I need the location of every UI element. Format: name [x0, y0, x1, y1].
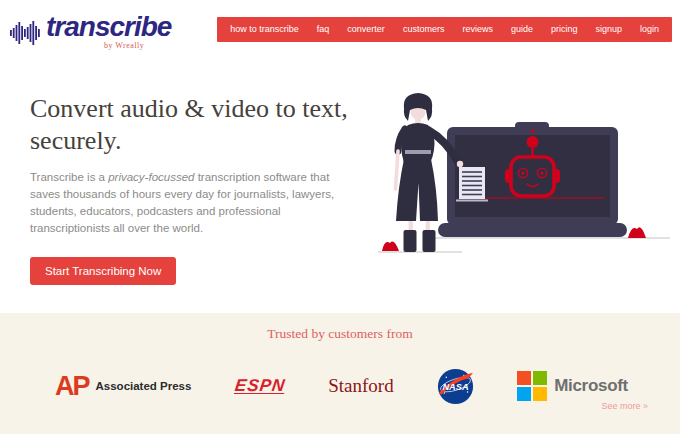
woman-laptop-robot-illustration: [372, 85, 672, 260]
bush-left: [382, 242, 399, 251]
see-more-link[interactable]: See more »: [601, 401, 648, 411]
ap-logo: AP Associated Press: [55, 371, 191, 402]
nasa-logo: NASA: [437, 368, 474, 405]
stanford-logo: Stanford: [328, 375, 393, 397]
microsoft-squares-icon: [517, 371, 547, 401]
nav-item-login[interactable]: login: [631, 17, 668, 42]
nav-item-customers[interactable]: customers: [394, 17, 454, 42]
logo-wordmark: transcribe: [46, 13, 171, 41]
waveform-icon: [10, 20, 42, 50]
start-transcribing-button[interactable]: Start Transcribing Now: [30, 257, 176, 285]
svg-text:NASA: NASA: [442, 382, 469, 392]
laptop-base: [438, 223, 627, 237]
nav-item-reviews[interactable]: reviews: [453, 17, 502, 42]
hero-paragraph: Transcribe is a privacy-focussed transcr…: [30, 169, 360, 237]
microsoft-logo: Microsoft: [517, 371, 628, 401]
ap-mark: AP: [55, 370, 89, 403]
nav-item-how-to-transcribe[interactable]: how to transcribe: [221, 17, 308, 42]
hero-copy: Convert audio & video to text, securely.…: [30, 93, 365, 285]
customer-logo-row: AP Associated Press ESPN Stanford NASA M…: [0, 363, 680, 409]
site-header: transcribe by Wreally how to transcribe …: [0, 0, 680, 60]
document: [456, 167, 488, 201]
bush-right: [628, 227, 646, 238]
ap-label: Associated Press: [96, 380, 192, 392]
nav-item-guide[interactable]: guide: [502, 17, 542, 42]
main-nav: how to transcribe faq converter customer…: [217, 17, 672, 42]
espn-logo: ESPN: [235, 376, 285, 396]
nav-item-faq[interactable]: faq: [308, 17, 339, 42]
nav-item-converter[interactable]: converter: [338, 17, 394, 42]
hero-paragraph-emphasis: privacy-focussed: [108, 171, 194, 183]
logo-byline: by Wreally: [104, 41, 144, 50]
trusted-heading: Trusted by customers from: [0, 326, 680, 342]
nav-item-pricing[interactable]: pricing: [542, 17, 587, 42]
transcribe-logo[interactable]: transcribe: [10, 13, 171, 50]
hero-heading: Convert audio & video to text, securely.: [30, 93, 350, 156]
hero-paragraph-pre: Transcribe is a: [30, 171, 108, 183]
trusted-section: Trusted by customers from AP Associated …: [0, 313, 680, 434]
nav-item-signup[interactable]: signup: [586, 17, 631, 42]
